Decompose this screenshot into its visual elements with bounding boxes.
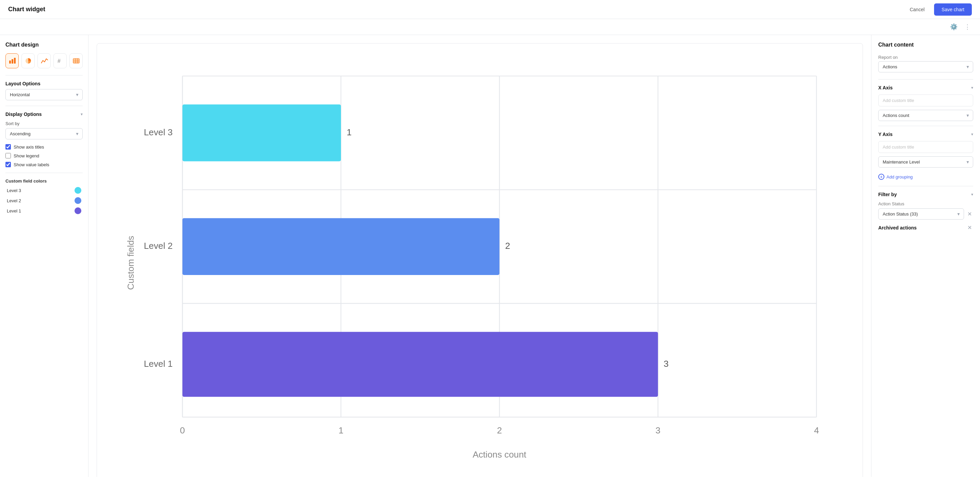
chart-type-table[interactable] <box>69 53 83 68</box>
archived-actions-label: Archived actions <box>878 225 917 230</box>
chart-type-number[interactable]: # <box>53 53 67 68</box>
chart-design-title: Chart design <box>5 42 83 48</box>
archived-actions-close-button[interactable]: ✕ <box>966 223 973 232</box>
layout-options-select-wrapper: Horizontal Vertical ▼ <box>5 89 83 100</box>
left-panel: Chart design <box>0 35 89 477</box>
y-axis-section-header: Y Axis ▾ <box>878 131 973 137</box>
sort-by-label: Sort by <box>5 121 83 126</box>
add-grouping-button[interactable]: + Add grouping <box>878 172 913 181</box>
report-on-label: Report on <box>878 55 973 60</box>
show-legend-label: Show legend <box>14 153 39 158</box>
chart-type-pie[interactable] <box>21 53 35 68</box>
color-label-level1: Level 1 <box>7 208 21 214</box>
display-options-label: Display Options <box>5 111 42 117</box>
color-row-level3: Level 3 <box>5 187 83 194</box>
show-value-labels-label: Show value labels <box>14 162 49 167</box>
sort-by-select-wrapper: Ascending Descending ▼ <box>5 128 83 139</box>
color-row-level1: Level 1 <box>5 208 83 214</box>
x-tick-1: 1 <box>339 425 344 436</box>
display-options-section-header: Display Options ▾ <box>5 111 83 117</box>
x-tick-2: 2 <box>497 425 502 436</box>
chart-type-bar[interactable] <box>5 53 19 68</box>
divider-2 <box>5 106 83 106</box>
sort-by-select[interactable]: Ascending Descending <box>5 128 83 139</box>
color-dot-level1[interactable] <box>75 208 81 214</box>
svg-text:#: # <box>57 58 60 64</box>
x-axis-section-header: X Axis ▾ <box>878 85 973 90</box>
show-axis-titles-checkbox[interactable] <box>5 144 11 150</box>
y-axis-custom-title-input[interactable] <box>878 141 973 153</box>
x-axis-field-select[interactable]: Actions count Actions sum Tasks count <box>878 110 973 121</box>
settings-icon[interactable]: ⚙️ <box>949 22 959 32</box>
action-status-filter-label: Action Status <box>878 201 973 206</box>
sub-header: ⚙️ ⋮ <box>0 19 980 35</box>
filter-by-section-header: Filter by ▾ <box>878 192 973 197</box>
color-dot-level2[interactable] <box>75 197 81 204</box>
chart-content-title: Chart content <box>878 42 973 48</box>
display-options-chevron-icon[interactable]: ▾ <box>81 112 83 117</box>
show-axis-titles-label: Show axis titles <box>14 144 44 150</box>
x-axis-collapse-icon[interactable]: ▾ <box>971 86 973 90</box>
show-axis-titles-row: Show axis titles <box>5 144 83 150</box>
header-actions: Cancel Save chart <box>904 3 972 16</box>
chart-type-selector: # <box>5 53 83 68</box>
rp-divider-2 <box>878 126 973 126</box>
y-axis-collapse-icon[interactable]: ▾ <box>971 132 973 137</box>
bar-value-level3: 1 <box>347 127 352 137</box>
rp-divider-1 <box>878 79 973 79</box>
right-panel: Chart content Report on Actions Tasks Pr… <box>871 35 980 477</box>
cancel-button[interactable]: Cancel <box>904 4 930 15</box>
color-label-level3: Level 3 <box>7 188 21 193</box>
svg-rect-5 <box>73 59 79 63</box>
rp-divider-3 <box>878 186 973 186</box>
y-axis-title: Custom fields <box>126 236 136 290</box>
main-layout: Chart design <box>0 35 980 477</box>
more-options-icon[interactable]: ⋮ <box>963 22 972 32</box>
action-status-close-button[interactable]: ✕ <box>966 209 973 219</box>
bar-value-level1: 3 <box>663 359 669 369</box>
x-tick-0: 0 <box>180 425 185 436</box>
bar-level2 <box>182 218 500 275</box>
x-tick-3: 3 <box>655 425 660 436</box>
show-legend-checkbox[interactable] <box>5 153 11 158</box>
filter-by-label: Filter by <box>878 192 897 197</box>
x-axis-label: X Axis <box>878 85 892 90</box>
color-dot-level3[interactable] <box>75 187 81 194</box>
color-row-level2: Level 2 <box>5 197 83 204</box>
header: Chart widget Cancel Save chart <box>0 0 980 19</box>
svg-rect-2 <box>14 58 16 63</box>
bar-chart: Custom fields 0 1 2 3 <box>118 52 849 474</box>
show-value-labels-checkbox[interactable] <box>5 162 11 167</box>
bar-label-level1: Level 1 <box>144 359 173 369</box>
bar-level3 <box>182 105 341 161</box>
custom-field-colors-title: Custom field colors <box>5 179 83 184</box>
bar-value-level2: 2 <box>505 241 510 251</box>
layout-options-select[interactable]: Horizontal Vertical <box>5 89 83 100</box>
layout-options-label: Layout Options <box>5 81 83 86</box>
archived-actions-section-header: Archived actions ✕ <box>878 223 973 232</box>
action-status-select[interactable]: Action Status (33) <box>878 208 964 220</box>
show-value-labels-row: Show value labels <box>5 162 83 167</box>
save-button[interactable]: Save chart <box>934 3 972 16</box>
x-axis-field-select-wrapper: Actions count Actions sum Tasks count ▼ <box>878 110 973 121</box>
y-axis-label: Y Axis <box>878 131 892 137</box>
y-axis-field-select[interactable]: Maintenance Level Priority Status <box>878 156 973 168</box>
x-axis-custom-title-input[interactable] <box>878 95 973 106</box>
y-axis-field-select-wrapper: Maintenance Level Priority Status ▼ <box>878 156 973 168</box>
bar-label-level2: Level 2 <box>144 241 173 251</box>
divider-3 <box>5 173 83 173</box>
svg-rect-0 <box>9 60 11 63</box>
x-tick-4: 4 <box>814 425 819 436</box>
x-axis-title: Actions count <box>473 449 527 459</box>
action-status-select-wrapper: Action Status (33) ▼ <box>878 208 964 220</box>
color-label-level2: Level 2 <box>7 198 21 203</box>
chart-type-line[interactable] <box>37 53 51 68</box>
add-grouping-label: Add grouping <box>886 174 913 179</box>
svg-rect-1 <box>11 59 13 63</box>
report-on-select[interactable]: Actions Tasks Projects <box>878 61 973 73</box>
bar-label-level3: Level 3 <box>144 127 173 137</box>
add-grouping-plus-icon: + <box>878 174 885 180</box>
report-on-select-wrapper: Actions Tasks Projects ▼ <box>878 61 973 73</box>
filter-by-collapse-icon[interactable]: ▾ <box>971 192 973 197</box>
divider-1 <box>5 75 83 76</box>
